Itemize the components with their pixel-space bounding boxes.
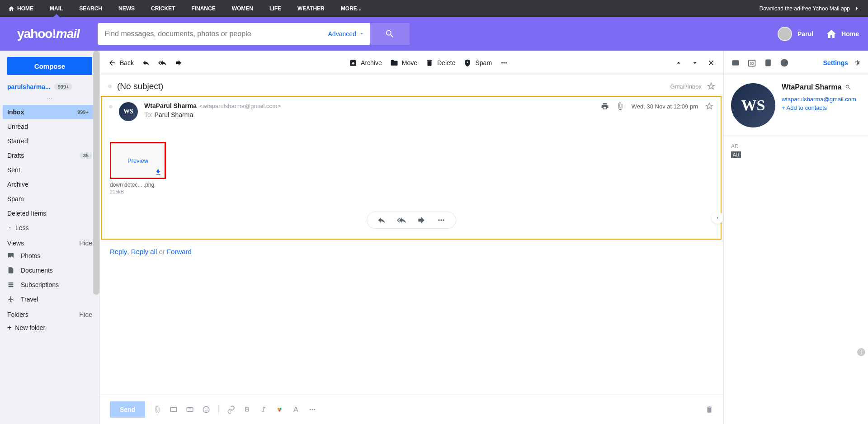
promo-link[interactable]: Download the ad-free Yahoo Mail app <box>760 5 860 12</box>
contact-card: WS WtaParul Sharma wtaparulsharma@gmail.… <box>724 75 868 136</box>
new-folder[interactable]: + New folder <box>7 320 92 335</box>
views-hide[interactable]: Hide <box>79 240 92 247</box>
more-button[interactable] <box>500 59 508 67</box>
emoji-icon[interactable] <box>202 405 210 414</box>
nav-mail[interactable]: MAIL <box>50 5 63 12</box>
link-icon[interactable] <box>227 405 235 414</box>
star-icon[interactable] <box>705 102 713 110</box>
reply-link[interactable]: Reply <box>110 248 127 255</box>
reply-all-link[interactable]: Reply all <box>131 248 157 255</box>
sender-avatar: WS <box>119 102 138 121</box>
prev-msg[interactable] <box>675 59 683 67</box>
nav-life[interactable]: LIFE <box>269 5 281 12</box>
search-icon <box>385 29 395 39</box>
account-more[interactable]: … <box>7 93 92 100</box>
search-icon[interactable] <box>845 84 851 90</box>
compose-button[interactable]: Compose <box>7 57 92 75</box>
user-menu[interactable]: Parul <box>778 27 813 41</box>
view-documents[interactable]: Documents <box>7 263 92 278</box>
reply-all-button[interactable] <box>158 59 166 67</box>
close-button[interactable] <box>707 59 715 67</box>
folder-unread[interactable]: Unread <box>3 119 97 134</box>
chevron-down-icon <box>359 31 364 37</box>
send-button[interactable]: Send <box>110 401 145 418</box>
svg-point-9 <box>205 409 206 410</box>
nav-news[interactable]: NEWS <box>118 5 135 12</box>
nav-weather[interactable]: WEATHER <box>297 5 325 12</box>
attachment-thumbnail[interactable]: Preview <box>110 142 166 179</box>
nav-women[interactable]: WOMEN <box>232 5 253 12</box>
view-subscriptions[interactable]: Subscriptions <box>7 278 92 292</box>
forward-icon[interactable] <box>417 216 426 225</box>
download-icon[interactable] <box>155 169 162 176</box>
attach-icon[interactable] <box>153 405 161 414</box>
nav-home[interactable]: HOME <box>8 5 33 12</box>
more-format-icon[interactable] <box>308 405 316 414</box>
nav-finance[interactable]: FINANCE <box>191 5 215 12</box>
unread-dot <box>109 105 113 108</box>
nav-search[interactable]: SEARCH <box>79 5 102 12</box>
more-icon[interactable] <box>437 216 446 225</box>
attachment-icon[interactable] <box>616 102 624 110</box>
folder-spam[interactable]: Spam <box>3 192 97 206</box>
nav-more[interactable]: MORE... <box>341 5 362 12</box>
forward-link[interactable]: Forward <box>167 248 192 255</box>
next-msg[interactable] <box>691 59 699 67</box>
attachment-size: 215kB <box>110 189 166 194</box>
italic-icon[interactable] <box>259 405 268 414</box>
logo[interactable]: yahoo!mail <box>17 27 80 41</box>
folder-inbox[interactable]: Inbox999+ <box>3 105 97 119</box>
print-icon[interactable] <box>601 102 609 110</box>
star-icon[interactable] <box>707 82 715 90</box>
view-travel[interactable]: Travel <box>7 292 92 306</box>
reply-all-icon[interactable] <box>397 216 406 225</box>
attachment[interactable]: Preview down detec... .png 215kB <box>110 142 166 194</box>
back-button[interactable]: Back <box>108 59 134 67</box>
info-badge[interactable]: i <box>857 348 865 356</box>
search-button[interactable] <box>370 23 410 45</box>
bold-icon[interactable] <box>243 405 251 414</box>
account-row[interactable]: parulsharma... 999+ <box>7 83 92 90</box>
help-icon[interactable] <box>780 58 789 67</box>
folders-hide[interactable]: Hide <box>79 311 92 318</box>
message-body: Preview down detec... .png 215kB <box>102 124 721 203</box>
reply-button[interactable] <box>142 59 150 67</box>
calendar-icon[interactable]: 30 <box>747 58 756 67</box>
contact-email[interactable]: wtaparulsharma@gmail.com <box>782 96 856 103</box>
color-icon[interactable] <box>276 405 284 414</box>
spam-button[interactable]: Spam <box>463 59 492 67</box>
gif-icon[interactable] <box>170 405 178 414</box>
home-button[interactable]: Home <box>826 28 859 39</box>
caret-up-icon <box>675 59 683 67</box>
gear-icon <box>852 58 861 67</box>
folder-deleted[interactable]: Deleted Items <box>3 206 97 221</box>
search-input[interactable] <box>98 30 323 38</box>
views-header: Views Hide <box>7 235 92 249</box>
next-arrow[interactable] <box>712 212 723 224</box>
stationery-icon[interactable] <box>186 405 194 414</box>
move-button[interactable]: Move <box>390 59 417 67</box>
view-photos[interactable]: Photos <box>7 249 92 263</box>
avatar <box>778 27 792 41</box>
settings-link[interactable]: Settings <box>823 58 861 67</box>
less-toggle[interactable]: Less <box>7 221 92 235</box>
forward-button[interactable] <box>175 59 183 67</box>
svg-point-15 <box>312 409 313 410</box>
folder-sent[interactable]: Sent <box>3 163 97 177</box>
delete-icon <box>425 59 434 67</box>
delete-button[interactable]: Delete <box>425 59 455 67</box>
folder-drafts[interactable]: Drafts35 <box>3 148 97 163</box>
contact-card-icon[interactable] <box>731 58 740 67</box>
trash-icon[interactable] <box>705 405 713 414</box>
archive-button[interactable]: Archive <box>349 59 382 67</box>
folder-archive[interactable]: Archive <box>3 177 97 192</box>
sidebar-scrollbar[interactable] <box>93 51 99 295</box>
notes-icon[interactable] <box>764 58 773 67</box>
font-icon[interactable] <box>292 405 300 414</box>
unread-dot <box>108 85 112 88</box>
reply-icon[interactable] <box>377 216 386 225</box>
advanced-search[interactable]: Advanced <box>323 30 370 38</box>
add-contact[interactable]: + Add to contacts <box>782 104 856 111</box>
nav-cricket[interactable]: CRICKET <box>151 5 175 12</box>
folder-starred[interactable]: Starred <box>3 134 97 148</box>
